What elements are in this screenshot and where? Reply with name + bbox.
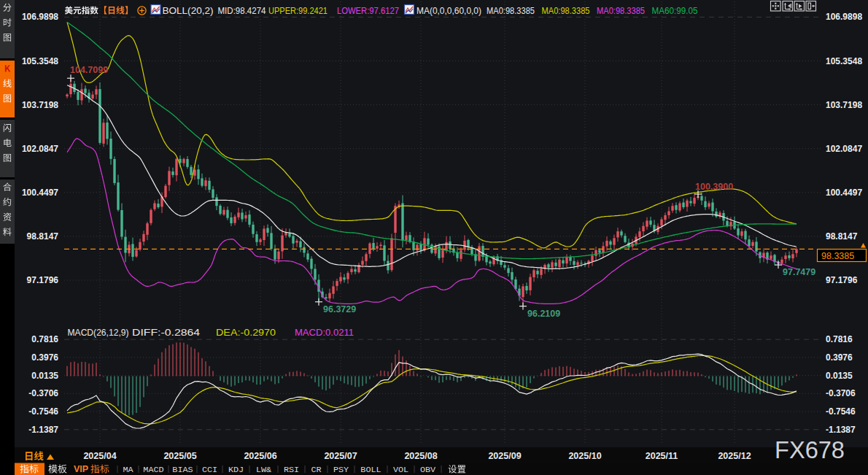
svg-text:0.7816: 0.7816 [31, 334, 58, 344]
svg-text:2025/09: 2025/09 [488, 451, 521, 461]
svg-text:106.9898: 106.9898 [22, 12, 58, 22]
svg-text:2025/07: 2025/07 [324, 451, 357, 461]
svg-text:0.3976: 0.3976 [31, 352, 58, 363]
svg-text:MACD: MACD [143, 465, 163, 475]
svg-text:97.1796: 97.1796 [27, 275, 59, 285]
svg-text:-1.1387: -1.1387 [28, 425, 58, 435]
svg-text:MACD(26,12,9): MACD(26,12,9) [68, 327, 129, 338]
svg-text:LOWER:97.6127: LOWER:97.6127 [337, 5, 399, 16]
svg-text:0.3976: 0.3976 [826, 352, 853, 363]
svg-text:102.0847: 102.0847 [826, 144, 862, 154]
svg-text:LW&: LW& [256, 465, 271, 475]
svg-text:CCI: CCI [202, 465, 217, 475]
svg-text:0.0135: 0.0135 [826, 371, 853, 381]
svg-text:OBV: OBV [420, 465, 436, 475]
svg-text:VOL: VOL [393, 465, 408, 475]
svg-text:-0.3706: -0.3706 [826, 388, 856, 398]
svg-text:0.0135: 0.0135 [31, 371, 58, 381]
svg-text:98.8147: 98.8147 [27, 231, 59, 242]
svg-text:102.0847: 102.0847 [22, 144, 58, 154]
svg-text:CR: CR [311, 465, 321, 475]
svg-text:103.7198: 103.7198 [22, 100, 58, 110]
svg-text:BOLL(20,2): BOLL(20,2) [163, 5, 214, 16]
svg-text:104.7099: 104.7099 [70, 65, 108, 75]
svg-text:FX678: FX678 [775, 436, 845, 463]
svg-text:BOLL: BOLL [360, 465, 381, 475]
svg-text:VIP: VIP [74, 464, 88, 474]
svg-text:BIAS: BIAS [172, 465, 193, 475]
svg-text:UPPER:99.2421: UPPER:99.2421 [268, 5, 328, 16]
svg-text:2025/10: 2025/10 [568, 451, 601, 461]
svg-text:2025/11: 2025/11 [646, 451, 678, 461]
svg-text:103.7198: 103.7198 [826, 100, 862, 110]
svg-text:RSI: RSI [284, 465, 299, 475]
svg-text:100.4497: 100.4497 [826, 188, 862, 198]
svg-text:98.8147: 98.8147 [826, 231, 858, 242]
svg-text:2025/12: 2025/12 [718, 451, 751, 461]
svg-text:96.3729: 96.3729 [323, 304, 356, 314]
svg-text:98.3385: 98.3385 [821, 251, 854, 261]
svg-text:MA60:99.05: MA60:99.05 [652, 5, 698, 16]
svg-text:100.3900: 100.3900 [695, 182, 733, 192]
svg-text:96.2109: 96.2109 [527, 309, 560, 319]
svg-text:MA0:98.3385: MA0:98.3385 [487, 5, 535, 16]
svg-text:-0.7546: -0.7546 [826, 406, 856, 417]
svg-text:DEA:-0.2970: DEA:-0.2970 [216, 327, 276, 338]
svg-text:MID:98.4274: MID:98.4274 [218, 5, 266, 16]
svg-text:2025/08: 2025/08 [404, 451, 437, 461]
svg-text:MA(0,0,0,60,0,0): MA(0,0,0,60,0,0) [416, 5, 481, 16]
svg-text:2025/04: 2025/04 [83, 451, 116, 461]
svg-text:105.3548: 105.3548 [826, 56, 862, 66]
svg-text:DIFF:-0.2864: DIFF:-0.2864 [132, 327, 200, 338]
svg-text:-1.1387: -1.1387 [826, 425, 856, 435]
svg-text:105.3548: 105.3548 [22, 56, 58, 66]
svg-text:97.1796: 97.1796 [826, 275, 858, 285]
svg-text:100.4497: 100.4497 [22, 188, 58, 198]
svg-text:MACD:0.0211: MACD:0.0211 [295, 327, 354, 338]
svg-text:PSY: PSY [333, 465, 349, 475]
svg-text:-0.7546: -0.7546 [28, 406, 58, 417]
svg-text:0.7816: 0.7816 [826, 334, 853, 344]
svg-text:2025/06: 2025/06 [244, 451, 276, 461]
svg-text:106.9898: 106.9898 [826, 12, 862, 22]
svg-text:MA0:98.3385: MA0:98.3385 [597, 5, 645, 16]
svg-text:KDJ: KDJ [228, 465, 244, 475]
svg-text:MA0:98.3385: MA0:98.3385 [542, 5, 590, 16]
svg-text:-0.3706: -0.3706 [28, 388, 58, 398]
svg-text:2025/05: 2025/05 [163, 451, 196, 461]
svg-text:97.7479: 97.7479 [783, 267, 815, 277]
svg-text:MA: MA [123, 465, 133, 475]
